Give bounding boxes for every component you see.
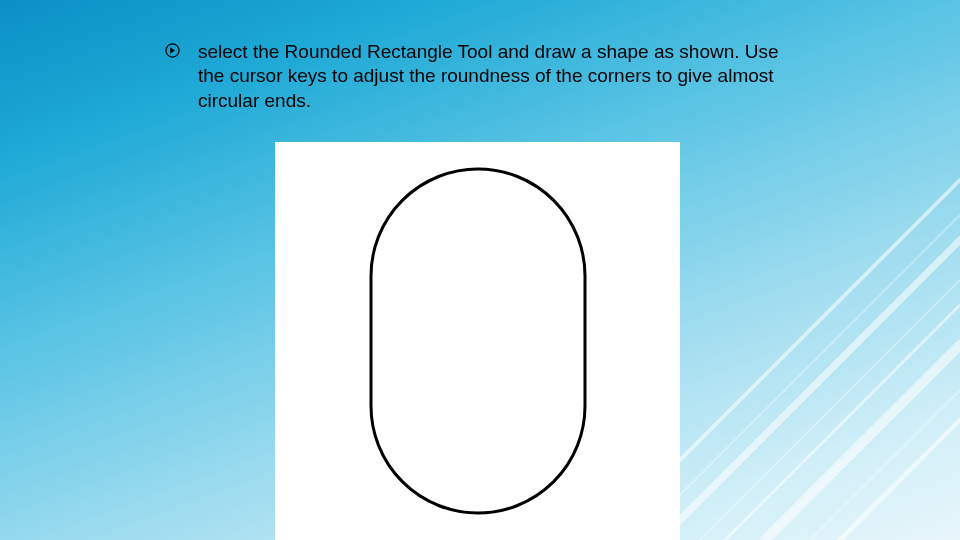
svg-line-2: [660, 240, 960, 540]
svg-line-7: [840, 420, 960, 540]
svg-line-6: [810, 390, 960, 540]
bullet-item: select the Rounded Rectangle Tool and dr…: [165, 40, 805, 113]
circled-arrow-icon: [165, 43, 180, 62]
svg-rect-9: [371, 169, 585, 513]
svg-line-3: [700, 280, 960, 540]
rounded-rectangle-shape: [363, 161, 593, 521]
example-image-card: [275, 142, 680, 540]
svg-line-1: [635, 215, 960, 540]
svg-line-5: [765, 345, 960, 540]
slide-body: select the Rounded Rectangle Tool and dr…: [165, 40, 805, 113]
svg-line-4: [725, 305, 960, 540]
instruction-text: select the Rounded Rectangle Tool and dr…: [198, 40, 805, 113]
